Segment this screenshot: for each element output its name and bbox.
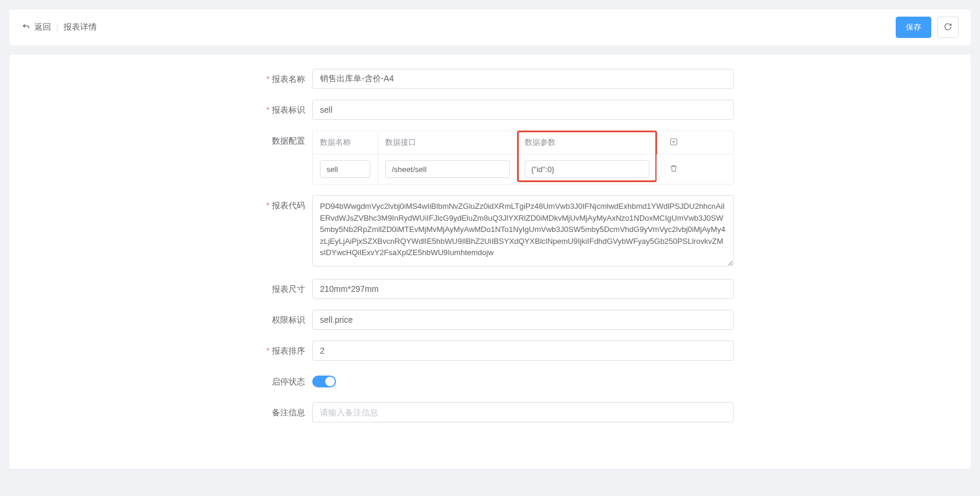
cfg-header-api: 数据接口 <box>378 131 518 154</box>
page-title: 报表详情 <box>64 22 97 33</box>
cfg-api-input[interactable] <box>385 160 510 178</box>
label-report-name: 报表名称 <box>259 69 312 89</box>
label-report-identifier: 报表标识 <box>259 100 312 120</box>
page-header: 返回 报表详情 保存 <box>9 9 971 45</box>
divider <box>57 23 58 31</box>
report-size-input[interactable] <box>312 279 734 299</box>
data-config-table: 数据名称 数据接口 数据参数 <box>312 131 734 185</box>
permission-input[interactable] <box>312 310 734 330</box>
cfg-header-params: 数据参数 <box>518 131 657 154</box>
add-row-button[interactable] <box>670 138 678 148</box>
cfg-header-name: 数据名称 <box>313 131 378 154</box>
report-code-textarea[interactable]: PD94bWwgdmVyc2lvbj0iMS4wIiBlbmNvZGluZz0i… <box>312 195 734 266</box>
label-report-code: 报表代码 <box>259 195 312 215</box>
remark-input[interactable] <box>312 402 734 422</box>
label-report-size: 报表尺寸 <box>259 279 312 299</box>
back-label: 返回 <box>34 22 51 33</box>
back-button[interactable]: 返回 <box>21 22 51 33</box>
sort-input[interactable] <box>312 341 734 361</box>
trash-icon <box>670 164 678 174</box>
label-remark: 备注信息 <box>259 402 312 422</box>
save-button[interactable]: 保存 <box>896 17 931 38</box>
report-name-input[interactable] <box>312 69 734 89</box>
save-label: 保存 <box>906 22 921 33</box>
report-identifier-input[interactable] <box>312 100 734 120</box>
plus-square-icon <box>670 138 678 148</box>
cfg-name-input[interactable] <box>320 160 370 178</box>
label-status: 启停状态 <box>259 371 312 392</box>
delete-row-button[interactable] <box>670 164 678 174</box>
label-permission: 权限标识 <box>259 310 312 330</box>
label-data-config: 数据配置 <box>259 131 312 151</box>
form-card: 报表名称 报表标识 数据配置 数据名称 数据接口 <box>9 55 971 469</box>
status-switch[interactable] <box>312 376 336 387</box>
refresh-button[interactable] <box>937 17 959 38</box>
refresh-icon <box>944 23 952 33</box>
cfg-params-input[interactable] <box>525 160 649 178</box>
undo-icon <box>21 22 31 33</box>
label-sort: 报表排序 <box>259 341 312 361</box>
